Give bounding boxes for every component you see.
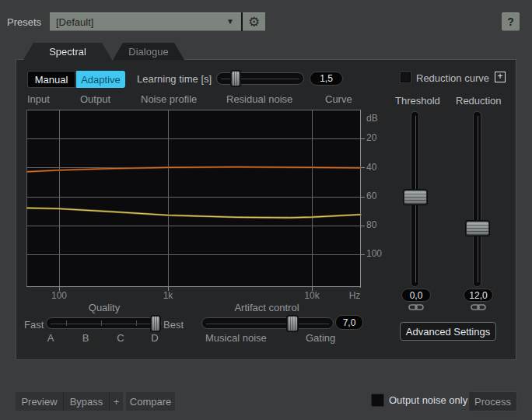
- gear-icon: ⚙: [248, 14, 260, 30]
- freq-tick-100: 100: [50, 290, 68, 301]
- quality-step-a: A: [43, 332, 58, 344]
- reduction-slider[interactable]: [473, 111, 481, 287]
- plus-icon: +: [114, 396, 120, 408]
- threshold-slider-handle[interactable]: [404, 190, 427, 205]
- spectrum-graph[interactable]: [26, 110, 369, 292]
- advanced-settings-label: Advanced Settings: [406, 326, 490, 338]
- artifact-control-value[interactable]: 7,0: [335, 315, 363, 330]
- legend-residual-noise: Residual noise: [226, 93, 292, 105]
- help-icon: ?: [507, 16, 514, 28]
- tab-spectral[interactable]: Spectral: [23, 43, 112, 60]
- tab-dialogue[interactable]: Dialogue: [113, 43, 184, 60]
- quality-tick-c: [136, 320, 137, 326]
- adaptive-mode-button[interactable]: Adaptive: [76, 71, 125, 88]
- db-axis-unit: dB: [366, 113, 378, 124]
- freq-tick-1k: 1k: [159, 290, 177, 301]
- learning-time-slider-handle[interactable]: [231, 71, 240, 86]
- reduction-value[interactable]: 12,0: [464, 289, 493, 302]
- reduction-label: Reduction: [456, 95, 502, 107]
- transport-button-group: Preview Bypass +: [16, 392, 123, 411]
- artifact-control-slider-handle[interactable]: [287, 316, 298, 331]
- tab-dialogue-label: Dialogue: [128, 46, 168, 58]
- help-button[interactable]: ?: [502, 12, 520, 31]
- quality-label: Quality: [73, 302, 135, 313]
- quality-tick-b: [101, 320, 102, 326]
- quality-step-d: D: [147, 332, 163, 344]
- spectral-panel: Manual Adaptive Learning time [s] 1,5 Re…: [16, 59, 516, 360]
- artifact-max-label: Gating: [306, 332, 335, 344]
- manual-mode-button[interactable]: Manual: [27, 71, 75, 88]
- learning-time-slider[interactable]: [216, 72, 304, 85]
- db-tick-40: 40: [366, 162, 376, 173]
- learning-time-label: Learning time [s]: [137, 73, 212, 85]
- freq-axis-unit: Hz: [347, 290, 362, 301]
- compare-label: Compare: [130, 396, 171, 408]
- db-tick-20: 20: [366, 132, 376, 143]
- preset-settings-button[interactable]: ⚙: [243, 12, 265, 31]
- threshold-value-text: 0,0: [410, 290, 423, 301]
- artifact-control-label: Artifact control: [228, 302, 306, 313]
- preset-value: [Default]: [56, 16, 93, 28]
- process-button[interactable]: Process: [468, 391, 517, 411]
- tab-spectral-label: Spectral: [49, 46, 86, 58]
- db-tick-100: 100: [366, 248, 382, 259]
- threshold-value[interactable]: 0,0: [401, 289, 431, 302]
- threshold-label: Threshold: [395, 95, 440, 107]
- quality-slider[interactable]: [46, 317, 162, 329]
- reduction-slider-handle[interactable]: [466, 221, 489, 236]
- preview-label: Preview: [21, 396, 57, 408]
- preset-combo: [Default] ▼ ⚙: [50, 12, 265, 31]
- graph-background: [26, 110, 361, 287]
- adaptive-mode-label: Adaptive: [81, 74, 121, 86]
- compare-button[interactable]: Compare: [126, 392, 175, 411]
- preview-button[interactable]: Preview: [16, 392, 63, 411]
- reduction-curve-label: Reduction curve: [416, 72, 489, 84]
- output-noise-only-label: Output noise only: [389, 394, 467, 406]
- quality-step-c: C: [113, 332, 128, 344]
- reduction-link-icon[interactable]: [471, 303, 486, 311]
- legend-curve: Curve: [325, 93, 352, 105]
- reduction-value-text: 12,0: [469, 290, 487, 301]
- threshold-link-icon[interactable]: [408, 303, 424, 311]
- freq-tick-10k: 10k: [302, 290, 322, 301]
- artifact-min-label: Musical noise: [205, 332, 267, 344]
- chevron-down-icon: ▼: [226, 17, 234, 26]
- process-label: Process: [474, 396, 511, 408]
- quality-slider-handle[interactable]: [151, 316, 160, 331]
- manual-mode-label: Manual: [35, 74, 68, 86]
- preset-dropdown[interactable]: [Default] ▼: [50, 12, 241, 31]
- legend-output: Output: [80, 93, 110, 105]
- bypass-button[interactable]: Bypass: [64, 392, 109, 411]
- learning-time-value-text: 1,5: [320, 73, 333, 84]
- artifact-control-slider[interactable]: [201, 317, 334, 329]
- preview-options-button[interactable]: +: [110, 392, 123, 411]
- advanced-settings-button[interactable]: Advanced Settings: [400, 322, 496, 341]
- reduction-curve-add-button[interactable]: +: [495, 72, 506, 82]
- artifact-control-value-text: 7,0: [343, 317, 356, 328]
- presets-label: Presets: [7, 16, 41, 28]
- reduction-curve-checkbox[interactable]: [401, 72, 411, 82]
- learning-time-value[interactable]: 1,5: [310, 72, 343, 86]
- legend-noise-profile: Noise profile: [141, 93, 197, 105]
- quality-tick-a: [66, 320, 67, 326]
- db-tick-60: 60: [366, 191, 376, 201]
- quality-min-label: Fast: [24, 319, 45, 331]
- plus-icon: +: [497, 71, 502, 82]
- quality-max-label: Best: [163, 319, 184, 331]
- bypass-label: Bypass: [70, 396, 103, 408]
- db-tick-80: 80: [366, 219, 376, 230]
- legend-input: Input: [27, 93, 50, 105]
- output-noise-only-checkbox[interactable]: [371, 394, 384, 407]
- quality-step-b: B: [78, 332, 93, 344]
